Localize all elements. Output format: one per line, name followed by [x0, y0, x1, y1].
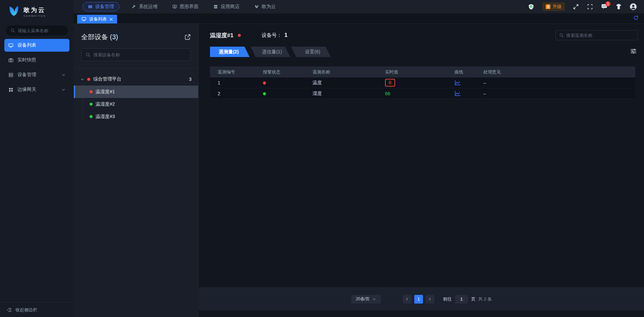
- menu-search-input[interactable]: [18, 28, 63, 33]
- alarm-dot-red: [263, 82, 266, 85]
- tab-telesignal[interactable]: 遥信量(1): [251, 47, 290, 57]
- device-panel-title: 全部设备 (3): [81, 33, 118, 42]
- cell-opinion: –: [483, 80, 635, 86]
- sidebar-item-edge-gateway[interactable]: 边缘网关: [4, 83, 69, 96]
- tab-strip: 设备列表: [74, 13, 644, 24]
- nav-label: 敢为云: [262, 4, 276, 10]
- frame-capture-icon[interactable]: [587, 4, 593, 10]
- upgrade-button[interactable]: 升级: [542, 2, 565, 11]
- curve-chart-icon[interactable]: [454, 80, 461, 86]
- refresh-icon[interactable]: [633, 15, 639, 20]
- device-search[interactable]: [81, 48, 191, 61]
- col-header: 曲线: [454, 69, 483, 75]
- col-header: 报警状态: [263, 69, 313, 75]
- fullscreen-icon[interactable]: [573, 4, 579, 10]
- security-shield-icon[interactable]: [528, 4, 534, 10]
- tree-node-root[interactable]: 综合管理平台 3: [74, 73, 198, 86]
- col-header: 处理意见: [483, 69, 635, 75]
- status-dot-red: [238, 34, 241, 37]
- monitor-x-icon: [172, 4, 177, 9]
- collapse-icon: [6, 308, 12, 312]
- device-search-input[interactable]: [94, 52, 186, 57]
- sidebar-item-label: 边缘网关: [17, 87, 36, 93]
- sidebar-item-label: 设备列表: [17, 42, 36, 48]
- nav-device-management[interactable]: 设备管理: [83, 2, 119, 11]
- next-page-button[interactable]: [426, 295, 434, 304]
- chevron-down-icon: [62, 73, 65, 77]
- page-size-value: 20条/页: [356, 296, 370, 302]
- nav-app-store[interactable]: 应用商店: [213, 4, 239, 10]
- wrench-icon: [131, 4, 136, 9]
- page-size-select[interactable]: 20条/页: [351, 295, 381, 304]
- search-icon: [10, 28, 15, 33]
- nav-graphic-ui[interactable]: 图形界面: [172, 4, 199, 10]
- close-icon[interactable]: [110, 18, 113, 21]
- status-dot-green: [90, 103, 93, 106]
- telemetry-search[interactable]: [555, 30, 638, 40]
- external-link-icon[interactable]: [184, 34, 191, 40]
- tab-settings[interactable]: 设置(6): [291, 47, 331, 57]
- tree-node-device-1[interactable]: 温湿度#1: [74, 86, 198, 98]
- sidebar-menu: 设备列表 实时快照 设备管理: [0, 39, 74, 96]
- nav-ganweiyun[interactable]: 敢为云: [254, 4, 276, 10]
- menu-search[interactable]: [6, 25, 68, 36]
- device-no-value: 1: [284, 32, 287, 38]
- nav-system-ops[interactable]: 系统运维: [131, 4, 158, 10]
- page-number-current[interactable]: 1: [414, 295, 423, 304]
- tab-label: 设备列表: [89, 16, 107, 22]
- table-header: 遥测编号 报警状态 遥测名称 实时值 曲线 处理意见: [210, 66, 635, 77]
- tree-node-device-2[interactable]: 温湿度#2: [74, 98, 198, 110]
- goto-label: 前往: [443, 296, 452, 302]
- tree-node-label: 温湿度#3: [96, 114, 115, 120]
- theme-shirt-icon[interactable]: [615, 4, 622, 10]
- open-page-tab[interactable]: 设备列表: [77, 15, 117, 23]
- device-no-label: 设备号：: [262, 32, 282, 39]
- nav-label: 图形界面: [180, 4, 199, 10]
- butterfly-icon: [254, 4, 259, 9]
- tab-label: 设置(6): [305, 49, 320, 55]
- tree-node-label: 综合管理平台: [93, 76, 186, 82]
- logo-title: 敢为云: [23, 6, 46, 14]
- avatar[interactable]: [630, 3, 637, 10]
- total-count-label: 共 2 条: [478, 296, 492, 302]
- device-name: 温湿度#1: [210, 32, 233, 39]
- sidebar: 敢为云 GANWEIYUN 设备列表: [0, 0, 74, 317]
- tab-telemetry[interactable]: 遥测量(2): [210, 47, 250, 57]
- telemetry-search-input[interactable]: [566, 33, 634, 38]
- nav-label: 系统运维: [139, 4, 158, 10]
- table-row[interactable]: 1 温度 8 –: [210, 77, 635, 88]
- sidebar-item-device-management[interactable]: 设备管理: [4, 68, 69, 81]
- chevron-down-icon: [373, 298, 376, 301]
- main-panel: 温湿度#1 设备号： 1 遥测量(2) 遥信量(1) 设置(6): [199, 24, 644, 317]
- device-tree: 综合管理平台 3 温湿度#1 温湿度#2 温湿度#3: [74, 69, 198, 123]
- detail-tabs: 遥测量(2) 遥信量(1) 设置(6): [210, 47, 635, 57]
- nav-label: 设备管理: [95, 4, 114, 10]
- status-dot-red: [87, 78, 90, 81]
- collapse-sidebar-button[interactable]: 收起侧边栏: [0, 302, 74, 317]
- goto-page-input[interactable]: [455, 295, 468, 304]
- tab-label: 遥信量(1): [262, 49, 282, 55]
- sidebar-item-snapshot[interactable]: 实时快照: [4, 54, 69, 66]
- tree-node-device-3[interactable]: 温湿度#3: [74, 110, 198, 123]
- monitor-icon: [8, 43, 13, 48]
- grid-icon: [8, 87, 13, 92]
- message-badge: 1: [605, 1, 610, 6]
- search-icon: [86, 52, 91, 57]
- sidebar-item-label: 设备管理: [17, 72, 36, 78]
- monitor-icon: [82, 17, 86, 21]
- telemetry-table: 遥测编号 报警状态 遥测名称 实时值 曲线 处理意见 1 温度 8 – 2: [210, 66, 635, 99]
- curve-chart-icon[interactable]: [454, 91, 461, 96]
- topbar: 设备管理 系统运维 图形界面 应用商店: [74, 0, 644, 13]
- nav-label: 应用商店: [221, 4, 239, 10]
- logo: 敢为云 GANWEIYUN: [0, 0, 74, 22]
- tree-node-label: 温湿度#2: [96, 101, 115, 107]
- sidebar-item-device-list[interactable]: 设备列表: [4, 39, 69, 52]
- page-unit-label: 页: [471, 296, 476, 302]
- columns-icon: [88, 4, 93, 9]
- table-row[interactable]: 2 湿度 66 –: [210, 88, 635, 99]
- chevron-down-icon[interactable]: [80, 77, 84, 81]
- column-filter-icon[interactable]: [630, 48, 637, 54]
- messages-icon[interactable]: 1: [601, 4, 607, 10]
- cell-name: 温度: [313, 80, 385, 86]
- prev-page-button[interactable]: [403, 295, 412, 304]
